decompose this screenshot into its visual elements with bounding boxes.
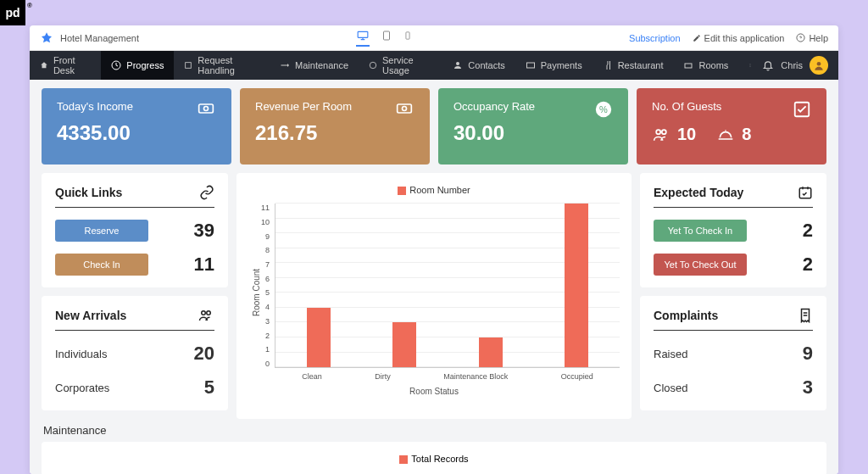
legend-swatch <box>398 187 406 195</box>
avatar[interactable] <box>810 56 828 75</box>
svg-rect-13 <box>199 104 214 113</box>
maintenance-chart-card: Total Records <box>42 442 826 474</box>
money-icon <box>196 100 216 117</box>
nav-label: Restaurant <box>618 60 664 70</box>
corporates-count: 5 <box>204 376 214 399</box>
device-switcher <box>139 30 629 47</box>
app-title: Hotel Management <box>60 33 139 43</box>
card-title: New Arrivals <box>55 309 126 322</box>
checkbox-icon <box>793 100 811 119</box>
yet-checkin-count: 2 <box>803 220 813 242</box>
raised-count: 9 <box>803 343 813 365</box>
header-bar: Hotel Management Subscription Edit this … <box>30 25 838 51</box>
svg-rect-15 <box>398 104 412 113</box>
stat-value: 30.00 <box>453 121 613 145</box>
svg-point-10 <box>750 65 751 66</box>
bell-icon[interactable] <box>762 59 774 71</box>
stat-label: Revenue Per Room <box>255 100 415 113</box>
nav-progress[interactable]: Progress <box>101 51 174 80</box>
room-status-chart: Room Number Room Count 11109876543210 Cl… <box>236 173 632 419</box>
nav-label: Request Handling <box>198 55 259 75</box>
yet-checkout-button[interactable]: Yet To Check Out <box>654 254 747 276</box>
raised-label: Raised <box>654 348 687 360</box>
nav-request-handling[interactable]: Request Handling <box>174 51 270 80</box>
svg-point-11 <box>750 66 751 67</box>
svg-point-16 <box>403 107 407 111</box>
svg-point-14 <box>204 107 209 111</box>
nav-payments[interactable]: Payments <box>515 51 593 80</box>
nav-label: Front Desk <box>53 55 91 75</box>
svg-point-21 <box>662 130 666 134</box>
nav-label: Contacts <box>468 60 504 70</box>
stat-revenue: Revenue Per Room 216.75 <box>240 88 430 165</box>
yet-checkout-count: 2 <box>803 254 813 276</box>
stat-occupancy: Occupancy Rate 30.00 % <box>438 88 628 165</box>
nav-contacts[interactable]: Contacts <box>442 51 515 80</box>
expected-today-card: Expected Today Yet To Check In 2 Yet To … <box>640 173 826 287</box>
edit-label: Edit this application <box>704 33 785 43</box>
chart-plot: CleanDirtyMaintenance BlockOccupied <box>275 204 620 368</box>
mobile-icon[interactable] <box>403 30 412 47</box>
nav-more-icon[interactable] <box>738 51 762 80</box>
checkin-count: 11 <box>194 254 214 276</box>
nav-service-usage[interactable]: Service Usage <box>359 51 442 80</box>
svg-rect-2 <box>406 31 409 38</box>
new-arrivals-card: New Arrivals Individuals20 Corporates5 <box>42 296 228 410</box>
closed-count: 3 <box>803 376 813 399</box>
card-title: Complaints <box>654 309 718 322</box>
nav-restaurant[interactable]: Restaurant <box>593 51 674 80</box>
user-name[interactable]: Chris <box>781 60 803 70</box>
reserve-count: 39 <box>194 220 214 242</box>
checkin-button[interactable]: Check In <box>55 254 148 276</box>
nav-label: Service Usage <box>382 55 432 75</box>
nav-rooms[interactable]: Rooms <box>673 51 738 80</box>
corporates-label: Corporates <box>55 382 109 394</box>
svg-text:%: % <box>599 104 608 114</box>
link-icon <box>199 185 214 200</box>
bar <box>307 308 331 367</box>
legend-label: Room Number <box>409 185 470 195</box>
closed-label: Closed <box>654 382 687 394</box>
nav-label: Payments <box>541 60 582 70</box>
svg-rect-4 <box>186 63 192 69</box>
percent-icon: % <box>594 100 613 119</box>
svg-rect-8 <box>685 64 692 68</box>
maintenance-title: Maintenance <box>42 419 826 442</box>
nav-front-desk[interactable]: Front Desk <box>30 51 101 80</box>
help-label: Help <box>809 33 828 43</box>
maintenance-legend: Total Records <box>411 454 468 464</box>
nav-label: Progress <box>126 60 164 70</box>
tablet-icon[interactable] <box>381 30 392 47</box>
svg-point-12 <box>817 62 821 66</box>
svg-point-23 <box>202 311 206 315</box>
quick-links-card: Quick Links Reserve 39 Check In 11 <box>42 173 228 287</box>
help-link[interactable]: Help <box>796 33 828 43</box>
svg-point-5 <box>370 62 376 68</box>
app-window: Hotel Management Subscription Edit this … <box>30 25 838 474</box>
svg-point-9 <box>750 64 751 65</box>
corner-logo: pd <box>0 0 25 25</box>
svg-rect-1 <box>384 31 390 40</box>
money-icon <box>394 100 415 117</box>
svg-point-6 <box>456 62 459 65</box>
desktop-icon[interactable] <box>356 30 370 47</box>
bar <box>392 322 416 367</box>
svg-point-22 <box>725 130 726 131</box>
stat-guests: No. Of Guests 10 8 <box>637 88 826 165</box>
y-axis-label: Room Count <box>248 204 261 382</box>
card-title: Expected Today <box>654 186 743 199</box>
edit-application-link[interactable]: Edit this application <box>693 33 785 43</box>
nav-maintenance[interactable]: Maintenance <box>270 51 359 80</box>
stat-label: Today's Income <box>57 100 216 113</box>
reserve-button[interactable]: Reserve <box>55 220 148 242</box>
y-axis-ticks: 11109876543210 <box>261 204 275 382</box>
stat-label: No. Of Guests <box>652 100 811 113</box>
bar <box>479 337 503 367</box>
people-icon <box>652 126 670 143</box>
legend-swatch <box>399 455 408 464</box>
service-icon <box>716 126 735 143</box>
svg-point-24 <box>207 311 211 315</box>
subscription-link[interactable]: Subscription <box>629 33 681 43</box>
nav-label: Rooms <box>698 60 728 70</box>
yet-checkin-button[interactable]: Yet To Check In <box>654 220 747 242</box>
